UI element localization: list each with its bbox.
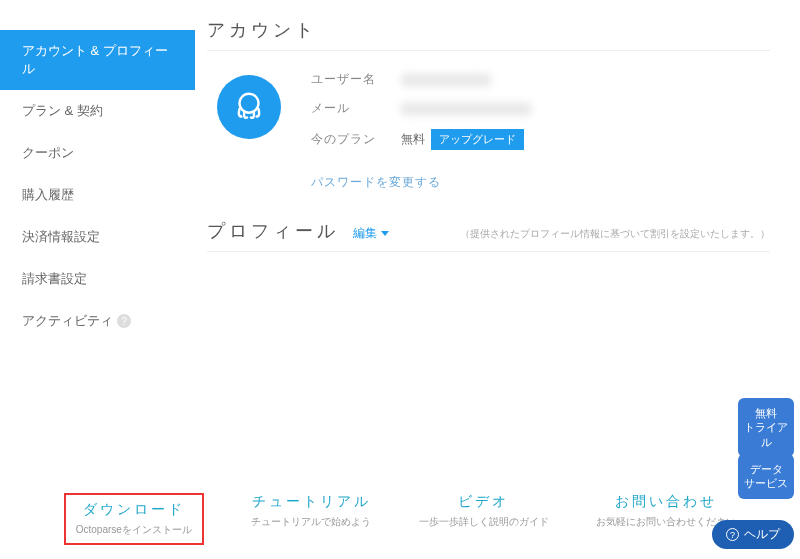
sidebar-item-purchase-history[interactable]: 購入履歴: [0, 174, 195, 216]
help-icon[interactable]: ?: [117, 314, 131, 328]
sidebar-item-account-profile[interactable]: アカウント & プロフィール: [0, 30, 195, 90]
sidebar-item-label: クーポン: [22, 144, 74, 162]
account-section-title: アカウント: [207, 18, 770, 50]
footer-video[interactable]: ビデオ 一歩一歩詳しく説明のガイド: [419, 493, 549, 545]
sidebar-item-invoice-settings[interactable]: 請求書設定: [0, 258, 195, 300]
profile-note: （提供されたプロフィール情報に基づいて割引を設定いたします。）: [460, 227, 770, 241]
footer-title: ダウンロード: [76, 501, 192, 519]
footer-title: お問い合わせ: [596, 493, 736, 511]
octopus-icon: [230, 88, 268, 126]
divider: [207, 50, 770, 51]
data-service-button[interactable]: データサービス: [738, 454, 794, 499]
plan-label: 今のプラン: [311, 131, 401, 148]
sidebar: アカウント & プロフィール プラン & 契約 クーポン 購入履歴 決済情報設定…: [0, 0, 195, 559]
sidebar-item-payment-settings[interactable]: 決済情報設定: [0, 216, 195, 258]
footer-title: チュートリアル: [251, 493, 371, 511]
sidebar-item-activity[interactable]: アクティビティ ?: [0, 300, 195, 342]
edit-label: 編集: [353, 225, 377, 242]
footer-sub: チュートリアルで始めよう: [251, 515, 371, 529]
sidebar-item-label: 請求書設定: [22, 270, 87, 288]
sidebar-item-label: 決済情報設定: [22, 228, 100, 246]
plan-value: 無料: [401, 131, 425, 148]
edit-profile-link[interactable]: 編集: [353, 225, 389, 242]
svg-point-0: [240, 94, 259, 113]
sidebar-item-coupon[interactable]: クーポン: [0, 132, 195, 174]
chevron-down-icon: [381, 231, 389, 236]
main-content: アカウント ユーザー名 メール 今のプラン: [195, 0, 800, 559]
footer-title: ビデオ: [419, 493, 549, 511]
sidebar-item-label: アクティビティ: [22, 312, 113, 330]
footer-download[interactable]: ダウンロード Octoparseをインストール: [64, 493, 204, 545]
email-label: メール: [311, 100, 401, 117]
username-value: [401, 74, 491, 86]
avatar: [217, 75, 281, 139]
sidebar-item-plan[interactable]: プラン & 契約: [0, 90, 195, 132]
footer: ダウンロード Octoparseをインストール チュートリアル チュートリアルで…: [0, 493, 800, 545]
free-trial-button[interactable]: 無料トライアル: [738, 398, 794, 457]
help-label: ヘルプ: [744, 526, 780, 543]
footer-tutorial[interactable]: チュートリアル チュートリアルで始めよう: [251, 493, 371, 545]
profile-section-title: プロフィール: [207, 219, 339, 243]
sidebar-item-label: アカウント & プロフィール: [22, 42, 173, 78]
sidebar-item-label: プラン & 契約: [22, 102, 103, 120]
question-icon: ?: [726, 528, 739, 541]
change-password-link[interactable]: パスワードを変更する: [311, 174, 441, 191]
footer-sub: 一歩一歩詳しく説明のガイド: [419, 515, 549, 529]
upgrade-button[interactable]: アップグレード: [431, 129, 524, 150]
sidebar-item-label: 購入履歴: [22, 186, 74, 204]
email-value: [401, 103, 531, 115]
footer-sub: Octoparseをインストール: [76, 523, 192, 537]
username-label: ユーザー名: [311, 71, 401, 88]
help-button[interactable]: ? ヘルプ: [712, 520, 794, 549]
